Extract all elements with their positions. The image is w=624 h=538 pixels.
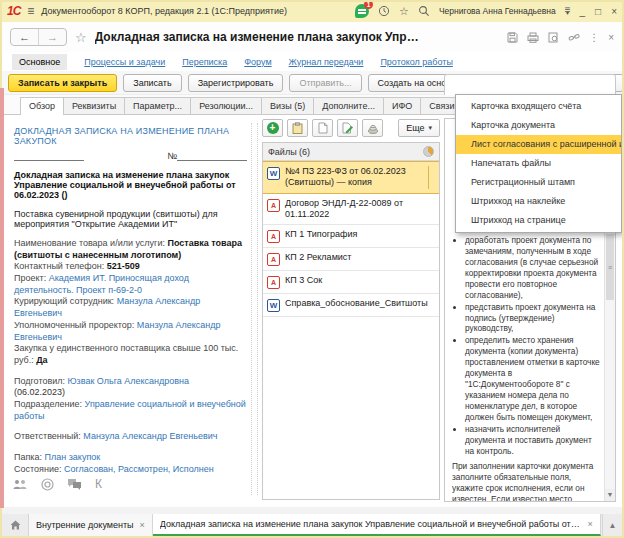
tab-processes[interactable]: Процессы и задачи xyxy=(84,57,165,67)
menu-item-approval-sheet[interactable]: Лист согласования с расширенной истор xyxy=(456,135,621,154)
forward-icon[interactable]: → xyxy=(38,29,66,45)
home-icon[interactable] xyxy=(2,514,29,536)
doctab-visas[interactable]: Визы (5) xyxy=(261,97,314,114)
star-icon[interactable]: ☆ xyxy=(399,6,409,17)
doctab-requisites[interactable]: Реквизиты xyxy=(63,97,125,114)
k-collaboration-icon[interactable]: К xyxy=(95,477,102,491)
doctab-overview[interactable]: Обзор xyxy=(20,97,64,114)
doctab-additional[interactable]: Дополните... xyxy=(313,97,384,114)
support-icon[interactable] xyxy=(41,478,54,491)
overview-doc-name: Докладная записка на изменение плана зак… xyxy=(14,170,247,200)
search-icon[interactable] xyxy=(418,5,430,17)
menu-item-registration-stamp[interactable]: Регистрационный штамп xyxy=(456,173,621,192)
file-name: КП 3 Сок xyxy=(285,275,435,286)
register-button[interactable]: Зарегистрировать xyxy=(188,74,284,92)
field-phone: Контактный телефон: 521-509 xyxy=(14,261,247,273)
field-department: Подразделение: Управление социальной и в… xyxy=(14,399,247,422)
files-more-button[interactable]: Еще▾ xyxy=(398,119,440,137)
menu-item-incoming-invoice-card[interactable]: Карточка входящего счёта xyxy=(456,97,621,116)
tab-work-protocol[interactable]: Протокол работы xyxy=(380,57,452,67)
field-prepared-by: Подготовил: Юзвак Ольга Александровна(06… xyxy=(14,376,247,399)
print-icon[interactable] xyxy=(527,32,539,43)
maximize-icon[interactable]: □ xyxy=(595,6,601,17)
field-responsible: Ответственный: Манзула Александр Евгенье… xyxy=(14,431,247,443)
doctab-ifo[interactable]: ИФО xyxy=(383,97,421,114)
menu-item-barcode-sticker[interactable]: Штрихкод на наклейке xyxy=(456,192,621,211)
taskbar-tab-label: Докладная записка на изменение плана зак… xyxy=(160,519,582,529)
field-vice-rector: Уполномоченный проректор: Манзула Алекса… xyxy=(14,320,247,343)
close-icon[interactable]: × xyxy=(140,520,145,530)
history-icon[interactable] xyxy=(378,5,390,17)
tab-transfer-log[interactable]: Журнал передачи xyxy=(289,57,364,67)
help-paragraph: При заполнении карточки документа заполн… xyxy=(452,461,601,502)
edit-file-icon xyxy=(342,122,353,134)
file-row[interactable]: W Справка_обоснование_Свитшоты xyxy=(263,294,439,317)
close-icon[interactable]: × xyxy=(588,519,593,529)
number-label: № xyxy=(167,151,177,161)
app-title: Документооборот 8 КОРП, редакция 2.1 (1С… xyxy=(41,6,287,16)
menu-item-document-card[interactable]: Карточка документа xyxy=(456,116,621,135)
taskbar-tab-internal-documents[interactable]: Внутренние документы × xyxy=(29,514,153,536)
save-close-button[interactable]: Записать и закрыть xyxy=(8,74,117,92)
scroll-up-icon[interactable]: ▲ xyxy=(602,514,622,536)
doctab-resolutions[interactable]: Резолюции... xyxy=(190,97,262,114)
back-icon[interactable]: ← xyxy=(11,29,38,45)
tab-correspondence[interactable]: Переписка xyxy=(182,57,227,67)
new-file-icon xyxy=(318,122,328,134)
notification-badge: 1 xyxy=(364,0,373,9)
print-dropdown-menu: Карточка входящего счёта Карточка докуме… xyxy=(455,94,622,233)
save-icon[interactable] xyxy=(507,32,518,43)
file-row[interactable]: A КП 2 Рекламист xyxy=(263,248,439,271)
files-header-label: Файлы (6) xyxy=(268,147,310,157)
plus-icon: + xyxy=(267,122,279,134)
overview-doc-header: ДОКЛАДНАЯ ЗАПИСКА НА ИЗМЕНЕНИЕ ПЛАНА ЗАК… xyxy=(14,126,247,146)
document-title: Докладная записка на изменение плана зак… xyxy=(95,30,425,44)
overview-scrollbar[interactable] xyxy=(251,123,258,495)
scroll-down-icon[interactable]: ▼ xyxy=(605,489,615,501)
menu-item-barcode-page[interactable]: Штрихкод на странице xyxy=(456,211,621,230)
file-row[interactable]: A КП 3 Сок xyxy=(263,271,439,294)
help-bullet: назначить исполнителей документа и поста… xyxy=(465,424,601,457)
files-sort-icon[interactable] xyxy=(423,146,434,157)
file-status-cell xyxy=(428,166,435,189)
field-state: Состояние: Согласован, Рассмотрен, Испол… xyxy=(14,464,247,476)
people-icon[interactable] xyxy=(12,479,28,490)
files-header[interactable]: Файлы (6) xyxy=(263,143,439,161)
paste-file-button[interactable] xyxy=(287,119,308,137)
pdf-icon: A xyxy=(267,199,280,212)
file-row[interactable]: W №4 ПЗ 223-ФЗ от 06.02.2023 (Свитшоты) … xyxy=(263,161,439,194)
add-file-button[interactable]: + xyxy=(262,119,283,137)
file-row[interactable]: A КП 1 Типография xyxy=(263,225,439,248)
tab-forum[interactable]: Форум xyxy=(244,57,271,67)
preview-icon[interactable] xyxy=(548,32,559,43)
help-scrollbar-thumb[interactable]: ≡ xyxy=(606,234,614,300)
save-button[interactable]: Записать xyxy=(123,74,181,92)
service-menu-icon[interactable]: ≡▾ xyxy=(565,7,571,16)
tab-main[interactable]: Основное xyxy=(12,54,67,70)
scan-icon xyxy=(367,123,379,134)
word-icon: W xyxy=(267,299,280,312)
current-user[interactable]: Чернигова Анна Геннадьевна xyxy=(439,6,556,16)
notification-icon[interactable]: 1 xyxy=(355,4,369,18)
main-menu-icon[interactable]: ≡ xyxy=(27,4,34,18)
files-toolbar: + Еще▾ xyxy=(262,119,440,137)
field-folder: Папка: План закупок xyxy=(14,452,247,464)
doctab-parameters[interactable]: Параметр... xyxy=(124,97,191,114)
file-row[interactable]: A Договор ЭНДЛ-Д-22-0089 от 01.11.2022 xyxy=(263,194,439,226)
file-name: КП 1 Типография xyxy=(285,229,435,240)
edit-file-button[interactable] xyxy=(337,119,358,137)
minimize-icon[interactable]: _ xyxy=(580,6,586,17)
scan-button[interactable] xyxy=(362,119,383,137)
close-icon[interactable]: × xyxy=(611,6,617,17)
file-name: Справка_обоснование_Свитшоты xyxy=(285,298,435,309)
menu-item-print-files[interactable]: Напечатать файлы xyxy=(456,154,621,173)
favorite-star-icon[interactable]: ☆ xyxy=(75,30,87,45)
send-button[interactable]: Отправить... xyxy=(289,74,361,92)
chat-icon[interactable] xyxy=(67,478,82,490)
file-name: КП 2 Рекламист xyxy=(285,252,435,263)
link-icon[interactable] xyxy=(568,32,580,43)
taskbar-tab-memo[interactable]: Докладная записка на изменение плана зак… xyxy=(153,514,601,536)
kebab-icon[interactable]: ⋮ xyxy=(589,32,599,43)
new-file-button[interactable] xyxy=(312,119,333,137)
close-form-icon[interactable]: × xyxy=(608,32,614,43)
